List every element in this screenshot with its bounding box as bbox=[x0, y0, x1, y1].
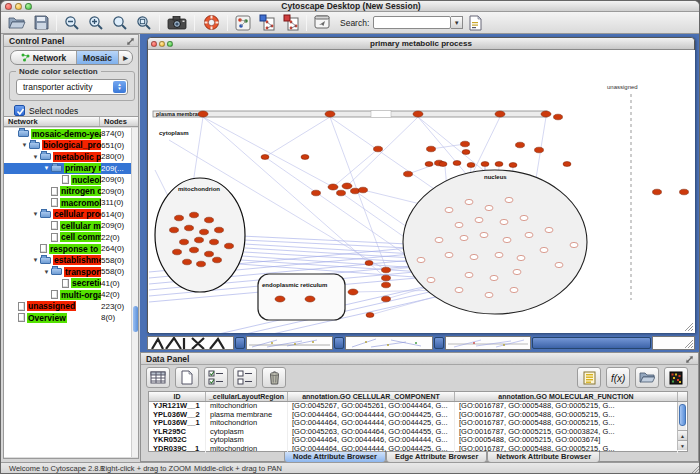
table-row-yjr121w__1[interactable]: YJR121W__1mitochondrion[GO:0045267, GO:0… bbox=[149, 402, 687, 411]
tree-row-macromolecule[interactable]: macromolecule311(0) bbox=[4, 197, 138, 209]
tree-column-network[interactable]: Network bbox=[4, 117, 100, 126]
tab-mosaic[interactable]: Mosaic bbox=[77, 51, 119, 64]
table-column-header[interactable]: annotation.GO CELLULAR_COMPONENT bbox=[288, 392, 455, 401]
save-session-icon[interactable] bbox=[29, 13, 53, 33]
tree-scrollbar[interactable] bbox=[131, 128, 138, 457]
zoom-fit-icon[interactable] bbox=[132, 13, 156, 33]
background-window-edge[interactable] bbox=[235, 337, 245, 349]
tree-row-primary-metabo[interactable]: ▼primary metabo209(... bbox=[4, 163, 138, 175]
tree-row-biological-process[interactable]: ▼biological_process651(0) bbox=[4, 140, 138, 152]
background-window-thumbnail[interactable] bbox=[445, 336, 531, 350]
annotation-window-icon[interactable] bbox=[310, 13, 334, 33]
tree-row-overview[interactable]: Overview8(0) bbox=[4, 312, 138, 324]
mdi-desktop: primary metabolic process bbox=[140, 34, 699, 352]
snapshot-camera-icon[interactable] bbox=[163, 13, 191, 33]
vizmapper-blue-icon[interactable] bbox=[255, 13, 279, 33]
unselect-attributes-icon[interactable] bbox=[233, 367, 257, 388]
zoom-out-icon[interactable] bbox=[60, 13, 84, 33]
network-view-window[interactable]: primary metabolic process bbox=[147, 37, 695, 333]
select-attributes-icon[interactable] bbox=[204, 367, 228, 388]
vizmapper-red-icon[interactable] bbox=[279, 13, 303, 33]
tree-row-mosaic-demo-yeast[interactable]: mosaic-demo-yeast874(0) bbox=[4, 128, 138, 140]
table-row-ypl036w__1[interactable]: YPL036W__1mitochondrion[GO:0044464, GO:0… bbox=[149, 419, 687, 428]
import-attributes-folder-icon[interactable] bbox=[635, 367, 659, 388]
search-input[interactable] bbox=[373, 16, 451, 29]
endoplasmic-reticulum-region[interactable] bbox=[258, 274, 345, 320]
tab-network[interactable]: Network bbox=[11, 51, 77, 64]
table-scrollbar[interactable]: ▲ ▼ bbox=[677, 402, 686, 450]
network-tree: mosaic-demo-yeast874(0)▼biological_proce… bbox=[4, 128, 138, 457]
tree-row-secretion[interactable]: secretion41(0) bbox=[4, 278, 138, 290]
folder-icon bbox=[51, 165, 62, 172]
zoom-selected-icon[interactable] bbox=[108, 13, 132, 33]
background-window-thumbnail[interactable] bbox=[652, 336, 695, 350]
zoom-in-icon[interactable] bbox=[84, 13, 108, 33]
background-window-thumbnail[interactable] bbox=[246, 336, 333, 350]
attribute-formula-icon[interactable]: f(x) bbox=[606, 367, 630, 388]
attribute-matrix-icon[interactable] bbox=[664, 367, 688, 388]
disclosure-triangle-icon[interactable]: ▼ bbox=[42, 269, 51, 275]
advanced-search-doc-icon[interactable] bbox=[463, 13, 487, 33]
table-row-ylr295c[interactable]: YLR295Ccytoplasm[GO:0045263, GO:0044464,… bbox=[149, 428, 687, 437]
network-canvas[interactable]: plasma membrane cytoplasm mitochondrion … bbox=[149, 50, 695, 333]
tree-row-multi-organism-pro[interactable]: multi-organism pro42(0) bbox=[4, 289, 138, 301]
tree-row-establishment-of-lo[interactable]: ▼establishment of lo558(0) bbox=[4, 255, 138, 267]
background-window-titlebar[interactable] bbox=[532, 337, 651, 349]
attribute-mapper-icon[interactable] bbox=[231, 13, 255, 33]
table-column-header[interactable]: _cellularLayoutRegion bbox=[206, 392, 288, 401]
tree-row-nucleobase-[interactable]: nucleobase-209(0) bbox=[4, 174, 138, 186]
float-panel-icon[interactable] bbox=[685, 355, 694, 364]
background-window-thumbnail[interactable] bbox=[147, 336, 234, 350]
table-column-header[interactable]: annotation.GO MOLECULAR_FUNCTION bbox=[455, 392, 678, 401]
disclosure-triangle-icon[interactable]: ▼ bbox=[42, 165, 51, 171]
tree-row-nitrogen-compo[interactable]: nitrogen compo209(0) bbox=[4, 186, 138, 198]
attribute-table-body: YJR121W__1mitochondrion[GO:0045267, GO:0… bbox=[149, 402, 687, 453]
delete-attribute-trash-icon[interactable] bbox=[262, 367, 286, 388]
background-window-thumbnail[interactable] bbox=[345, 336, 433, 350]
cell-cc: [GO:0044464, GO:0044446, GO:0044444, G..… bbox=[288, 436, 455, 445]
disclosure-triangle-icon[interactable]: ▼ bbox=[20, 142, 29, 148]
tree-row-response-to-stimulu[interactable]: response to stimulu264(0) bbox=[4, 243, 138, 255]
tree-row-label: nitrogen compo bbox=[60, 186, 101, 196]
search-dropdown-arrow-icon[interactable]: ▼ bbox=[451, 16, 463, 29]
folder-icon bbox=[51, 268, 62, 275]
node-color-select[interactable]: transporter activity ▲▼ bbox=[16, 79, 128, 95]
window-resize-grip-icon[interactable] bbox=[690, 464, 700, 474]
float-panel-icon[interactable] bbox=[126, 37, 135, 46]
nucleus-region[interactable] bbox=[403, 170, 587, 314]
resize-grip-icon[interactable] bbox=[685, 323, 693, 331]
tree-row-transport[interactable]: ▼transport558(0) bbox=[4, 266, 138, 278]
help-lifering-icon[interactable] bbox=[198, 13, 224, 33]
scroll-down-icon[interactable]: ▼ bbox=[678, 440, 687, 450]
disclosure-triangle-icon[interactable]: ▼ bbox=[31, 257, 40, 263]
cell-region: mitochondrion bbox=[206, 402, 288, 411]
attribute-notes-icon[interactable] bbox=[577, 367, 601, 388]
tree-row-label: primary metabo bbox=[64, 163, 101, 173]
open-session-icon[interactable] bbox=[5, 13, 29, 33]
tree-scrollbar-thumb[interactable] bbox=[133, 306, 138, 332]
tree-row-cellular-metabo[interactable]: cellular metabo209(0) bbox=[4, 220, 138, 232]
network-window-titlebar[interactable]: primary metabolic process bbox=[148, 38, 694, 50]
cell-id: YDR039C__1 bbox=[149, 445, 206, 454]
disclosure-triangle-icon[interactable]: ▼ bbox=[31, 211, 40, 217]
tree-row-cellular-process[interactable]: ▼cellular process614(0) bbox=[4, 209, 138, 221]
select-nodes-checkbox[interactable] bbox=[14, 105, 25, 116]
folder-icon bbox=[18, 130, 29, 137]
tree-row-unassigned[interactable]: unassigned223(0) bbox=[4, 301, 138, 313]
disclosure-triangle-icon[interactable]: ▼ bbox=[31, 154, 40, 160]
tree-row-cell-communicat[interactable]: cell communicat22(0) bbox=[4, 232, 138, 244]
background-window-edge[interactable] bbox=[334, 337, 344, 349]
new-attribute-icon[interactable] bbox=[175, 367, 199, 388]
table-scrollbar-thumb[interactable] bbox=[679, 404, 686, 426]
table-row-ypl036w__2[interactable]: YPL036W__2plasma membrane[GO:0044464, GO… bbox=[149, 411, 687, 420]
table-column-header[interactable]: ID bbox=[149, 392, 206, 401]
select-attributes-table-icon[interactable] bbox=[146, 367, 170, 388]
scroll-up-icon[interactable]: ▲ bbox=[678, 430, 687, 440]
plasma-membrane-region[interactable] bbox=[153, 111, 547, 117]
table-row-ykr052c[interactable]: YKR052Ccytoplasm[GO:0044464, GO:0044446,… bbox=[149, 436, 687, 445]
tree-row-metabolic-process[interactable]: ▼metabolic process280(0) bbox=[4, 151, 138, 163]
tab-overflow-arrow[interactable]: ▶ bbox=[119, 51, 132, 64]
background-window-edge[interactable] bbox=[434, 337, 444, 349]
tree-column-nodes[interactable]: Nodes bbox=[100, 117, 138, 126]
mitochondrion-region[interactable] bbox=[155, 178, 245, 292]
